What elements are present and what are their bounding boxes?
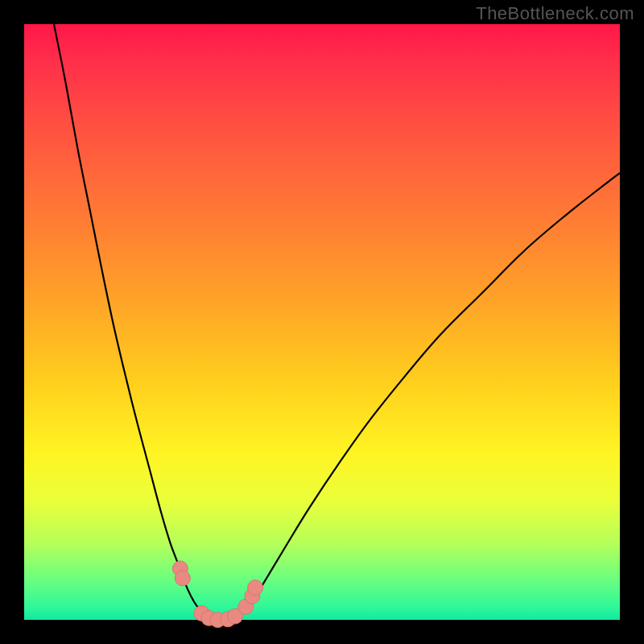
- chart-frame: TheBottleneck.com: [0, 0, 644, 644]
- right-curve-branch: [238, 173, 620, 613]
- left-curve-branch: [54, 24, 203, 613]
- attribution-text: TheBottleneck.com: [476, 3, 634, 24]
- data-marker: [175, 571, 190, 586]
- data-marker: [248, 580, 263, 596]
- curve-layer: [24, 24, 620, 620]
- data-markers-group: [172, 561, 262, 628]
